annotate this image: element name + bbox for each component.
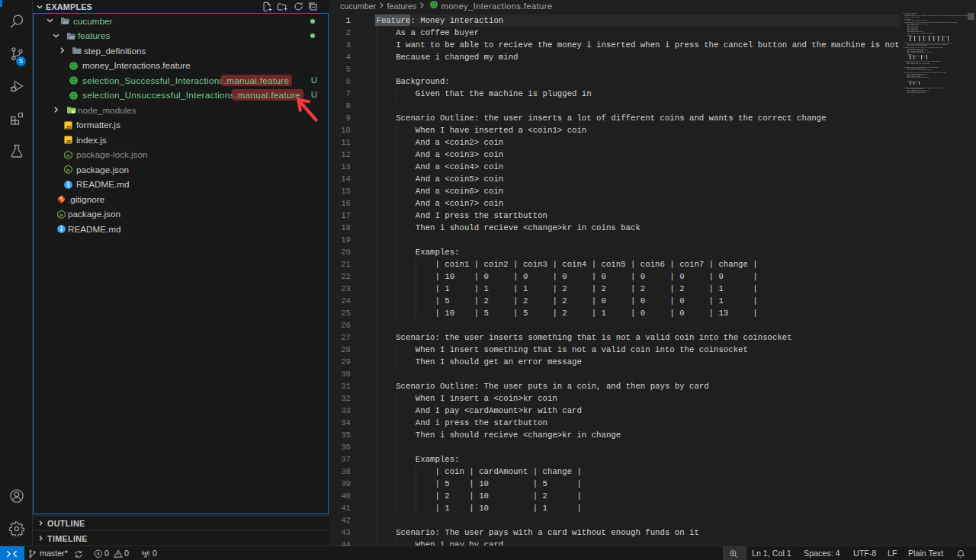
svg-text:JS: JS: [66, 123, 71, 129]
svg-text:js: js: [59, 212, 63, 216]
svg-text:JS: JS: [66, 139, 71, 144]
svg-text:js: js: [66, 168, 69, 172]
svg-text:js: js: [66, 152, 69, 157]
